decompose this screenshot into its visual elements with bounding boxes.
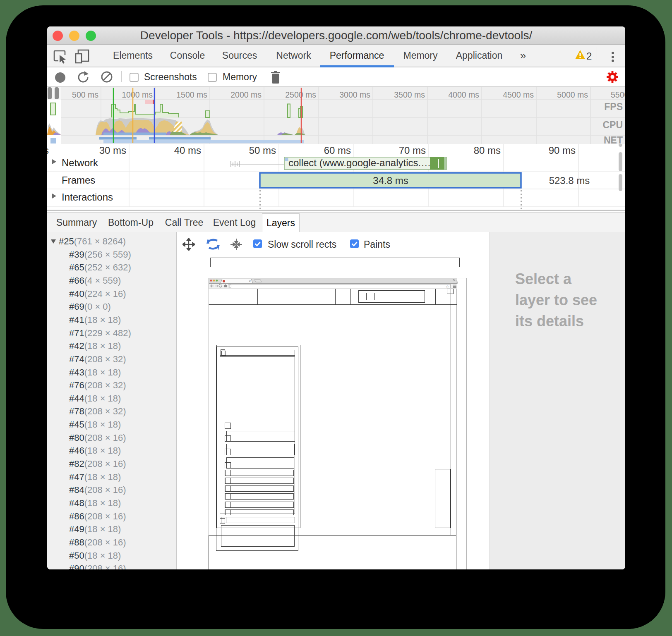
svg-text:1000 ms: 1000 ms xyxy=(122,90,153,99)
svg-text:5500: 5500 xyxy=(611,90,625,99)
svg-text:Frames: Frames xyxy=(62,175,95,186)
svg-text:40 ms: 40 ms xyxy=(174,145,201,156)
svg-text:500 ms: 500 ms xyxy=(72,90,98,99)
svg-text:collect (www.google-analytics.: collect (www.google-analytics.… xyxy=(288,157,431,168)
svg-text:4500 ms: 4500 ms xyxy=(503,90,534,99)
svg-text:1500 ms: 1500 ms xyxy=(176,90,207,99)
svg-text:3500 ms: 3500 ms xyxy=(394,90,425,99)
svg-text:30 ms: 30 ms xyxy=(99,145,126,156)
svg-text:70 ms: 70 ms xyxy=(399,145,426,156)
svg-text:5000 ms: 5000 ms xyxy=(557,90,588,99)
svg-text:☆: ☆ xyxy=(446,285,449,289)
svg-text:4000 ms: 4000 ms xyxy=(448,90,479,99)
svg-text:Network: Network xyxy=(62,157,98,168)
svg-text:60 ms: 60 ms xyxy=(324,145,351,156)
svg-text:CPU: CPU xyxy=(602,120,623,130)
svg-text:NET: NET xyxy=(604,135,623,144)
svg-text:FPS: FPS xyxy=(604,101,623,112)
svg-text:523.8 ms: 523.8 ms xyxy=(549,175,590,186)
svg-text:s: s xyxy=(47,145,49,156)
svg-text:2000 ms: 2000 ms xyxy=(230,90,262,99)
svg-text:2500 ms: 2500 ms xyxy=(285,90,316,99)
svg-text:3000 ms: 3000 ms xyxy=(339,90,370,99)
svg-text:50 ms: 50 ms xyxy=(249,145,276,156)
svg-text:80 ms: 80 ms xyxy=(474,145,501,156)
svg-text:Interactions: Interactions xyxy=(62,191,113,203)
svg-text:34.8 ms: 34.8 ms xyxy=(373,175,408,186)
svg-text:90 ms: 90 ms xyxy=(549,145,576,156)
svg-text:×: × xyxy=(249,279,251,283)
